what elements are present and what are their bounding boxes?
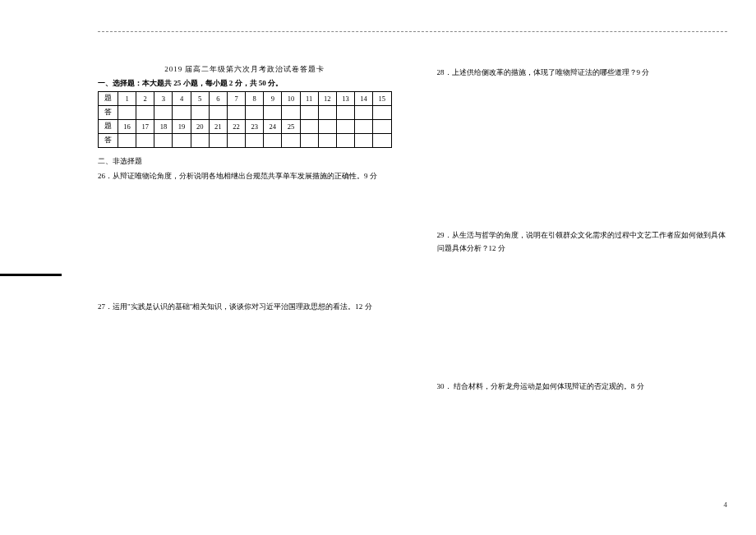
cell: 3 [154, 92, 173, 106]
cell: 21 [209, 120, 227, 134]
answer-cell[interactable] [118, 134, 136, 148]
answer-space-29 [437, 255, 731, 378]
top-dashed-rule [98, 31, 727, 32]
answer-cell[interactable] [136, 106, 154, 120]
left-column: 2019 届高二年级第六次月考政治试卷答题卡 一、选择题：本大题共 25 小题，… [98, 64, 392, 508]
cell: 17 [136, 120, 154, 134]
left-black-mark [0, 274, 62, 276]
row-label-q: 题 [99, 120, 118, 134]
answer-cell[interactable] [300, 106, 318, 120]
cell: 18 [154, 120, 173, 134]
cell: 2 [136, 92, 154, 106]
cell: 6 [209, 92, 227, 106]
question-29: 29．从生活与哲学的角度，说明在引领群众文化需求的过程中文艺工作者应如何做到具体… [437, 229, 731, 255]
answer-cell[interactable] [355, 106, 373, 120]
answer-cell[interactable] [246, 134, 264, 148]
table-row-q2: 题 16 17 18 19 20 21 22 23 24 25 [99, 120, 392, 134]
answer-cell[interactable] [246, 106, 264, 120]
cell: 15 [373, 92, 391, 106]
question-30: 30． 结合材料，分析龙舟运动是如何体现辩证的否定观的。8 分 [437, 380, 731, 393]
answer-cell[interactable] [154, 106, 173, 120]
answer-cell[interactable] [173, 134, 191, 148]
answer-cell[interactable] [136, 134, 154, 148]
section-a-heading: 一、选择题：本大题共 25 小题，每小题 2 分，共 50 分。 [98, 78, 392, 89]
cell [355, 120, 373, 134]
row-label-a: 答 [99, 106, 118, 120]
question-27: 27．运用"实践是认识的基础"相关知识，谈谈你对习近平治国理政思想的看法。12 … [98, 301, 392, 313]
cell: 22 [227, 120, 245, 134]
page-number: 4 [724, 500, 728, 509]
cell: 8 [246, 92, 264, 106]
cell: 13 [336, 92, 354, 106]
answer-cell[interactable] [227, 106, 245, 120]
answer-cell[interactable] [318, 106, 336, 120]
cell: 23 [246, 120, 264, 134]
answer-cell[interactable] [300, 134, 318, 148]
answer-cell[interactable] [336, 106, 354, 120]
cell: 14 [355, 92, 373, 106]
answer-cell[interactable] [118, 106, 136, 120]
answer-space-26 [98, 183, 392, 298]
answer-cell[interactable] [191, 134, 209, 148]
answer-cell[interactable] [373, 134, 391, 148]
answer-cell[interactable] [355, 134, 373, 148]
cell: 1 [118, 92, 136, 106]
row-label-q: 题 [99, 92, 118, 106]
answer-cell[interactable] [282, 106, 300, 120]
answer-cell[interactable] [209, 134, 227, 148]
question-26: 26．从辩证唯物论角度，分析说明各地相继出台规范共享单车发展措施的正确性。9 分 [98, 170, 392, 182]
question-28: 28．上述供给侧改革的措施，体现了唯物辩证法的哪些道理？9 分 [437, 67, 731, 79]
cell: 12 [318, 92, 336, 106]
answer-cell[interactable] [282, 134, 300, 148]
cell: 7 [227, 92, 245, 106]
answer-cell[interactable] [209, 106, 227, 120]
cell: 20 [191, 120, 209, 134]
row-label-a: 答 [99, 134, 118, 148]
answer-cell[interactable] [264, 106, 282, 120]
section-b-heading: 二、非选择题 [98, 155, 392, 168]
answer-cell[interactable] [336, 134, 354, 148]
right-column: 28．上述供给侧改革的措施，体现了唯物辩证法的哪些道理？9 分 29．从生活与哲… [437, 64, 731, 508]
cell: 4 [173, 92, 191, 106]
answer-cell[interactable] [264, 134, 282, 148]
table-row-q1: 题 1 2 3 4 5 6 7 8 9 10 11 12 13 14 15 [99, 92, 392, 106]
content-area: 2019 届高二年级第六次月考政治试卷答题卡 一、选择题：本大题共 25 小题，… [98, 64, 731, 508]
cell [373, 120, 391, 134]
table-row-a2: 答 [99, 134, 392, 148]
cell: 11 [300, 92, 318, 106]
cell: 5 [191, 92, 209, 106]
table-row-a1: 答 [99, 106, 392, 120]
answer-cell[interactable] [173, 106, 191, 120]
cell [336, 120, 354, 134]
answer-table: 题 1 2 3 4 5 6 7 8 9 10 11 12 13 14 15 [98, 91, 392, 148]
cell: 19 [173, 120, 191, 134]
cell: 9 [264, 92, 282, 106]
exam-title: 2019 届高二年级第六次月考政治试卷答题卡 [98, 64, 392, 75]
cell [318, 120, 336, 134]
answer-cell[interactable] [154, 134, 173, 148]
cell: 16 [118, 120, 136, 134]
cell: 24 [264, 120, 282, 134]
cell: 10 [282, 92, 300, 106]
answer-cell[interactable] [318, 134, 336, 148]
cell [300, 120, 318, 134]
cell: 25 [282, 120, 300, 134]
answer-cell[interactable] [191, 106, 209, 120]
answer-space-28 [437, 79, 731, 227]
answer-cell[interactable] [373, 106, 391, 120]
answer-cell[interactable] [227, 134, 245, 148]
